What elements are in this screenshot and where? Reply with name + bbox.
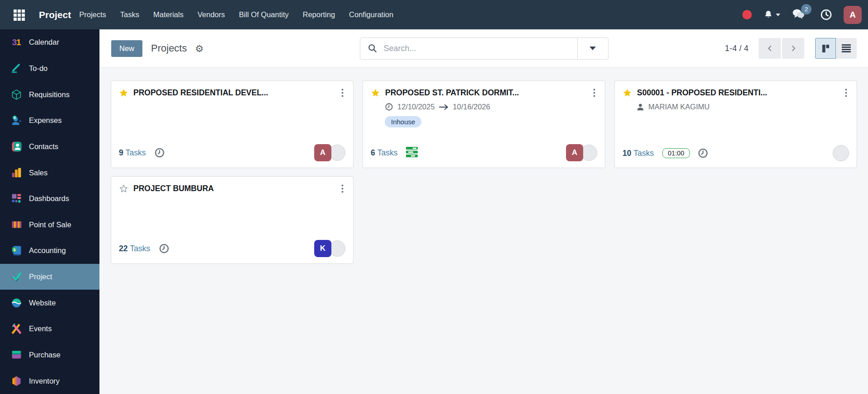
sidebar-item-purchase[interactable]: Purchase bbox=[0, 342, 99, 368]
kebab-menu-icon[interactable] bbox=[340, 183, 345, 194]
main-content: New Projects ⚙ 1-4 / 4 bbox=[99, 29, 868, 394]
card-header: PROPOSED ST. PATRICK DORMIT... bbox=[371, 88, 597, 98]
sidebar-item-inventory[interactable]: Inventory bbox=[0, 368, 99, 394]
user-avatar[interactable]: A bbox=[844, 6, 862, 24]
menu-vendors[interactable]: Vendors bbox=[198, 10, 225, 19]
calendar-icon: 31 bbox=[9, 36, 23, 49]
assignee-avatar[interactable]: A bbox=[314, 144, 331, 161]
star-filled-icon[interactable] bbox=[119, 88, 128, 98]
gear-icon[interactable]: ⚙ bbox=[193, 43, 207, 54]
search-options-toggle[interactable] bbox=[577, 38, 608, 59]
sidebar-item-calendar[interactable]: 31 Calendar bbox=[0, 29, 99, 56]
date-end: 10/16/2026 bbox=[453, 103, 491, 111]
card-footer: 9 Tasks A bbox=[119, 144, 345, 161]
kanban-view-button[interactable] bbox=[815, 38, 836, 59]
current-app-title[interactable]: Project bbox=[39, 9, 71, 20]
project-dates: 12/10/2025 10/16/2026 bbox=[385, 103, 597, 111]
tasks-link[interactable]: 22 Tasks bbox=[119, 244, 150, 253]
sidebar-item-dashboards[interactable]: Dashboards bbox=[0, 186, 99, 212]
purchase-icon bbox=[9, 348, 23, 362]
sidebar-item-events[interactable]: Events bbox=[0, 316, 99, 342]
sidebar-item-expenses[interactable]: $ Expenses bbox=[0, 108, 99, 134]
project-manager: MARIAM KAGIMU bbox=[637, 103, 849, 111]
project-title: S00001 - PROPOSED RESIDENTI... bbox=[637, 88, 767, 98]
pager-next-button[interactable] bbox=[782, 38, 804, 59]
menu-reporting[interactable]: Reporting bbox=[303, 10, 335, 19]
assignee-avatar[interactable]: A bbox=[566, 144, 583, 161]
sidebar-item-requisitions[interactable]: Requisitions bbox=[0, 81, 99, 108]
sidebar-item-accounting[interactable]: $ Accounting bbox=[0, 238, 99, 264]
dashboards-icon bbox=[9, 192, 23, 206]
menu-materials[interactable]: Materials bbox=[153, 10, 184, 19]
card-footer: 6 Tasks A bbox=[371, 144, 597, 161]
topbar-system-tray: 2 A bbox=[742, 6, 862, 24]
sidebar-item-label: Expenses bbox=[29, 116, 61, 125]
sidebar-item-label: Project bbox=[29, 272, 52, 281]
control-panel-right: 1-4 / 4 bbox=[725, 38, 857, 59]
new-button[interactable]: New bbox=[111, 40, 142, 57]
card-avatars bbox=[835, 145, 849, 161]
clock-icon bbox=[385, 103, 393, 111]
tasks-label: Tasks bbox=[126, 148, 146, 158]
menu-bill-of-quantity[interactable]: Bill Of Quantity bbox=[239, 10, 288, 19]
activity-clock-icon[interactable] bbox=[154, 147, 165, 158]
kebab-menu-icon[interactable] bbox=[591, 88, 597, 98]
assignee-avatar[interactable]: K bbox=[314, 240, 331, 257]
manager-name: MARIAM KAGIMU bbox=[648, 103, 710, 111]
sidebar-item-contacts[interactable]: Contacts bbox=[0, 134, 99, 160]
clock-icon bbox=[820, 9, 832, 21]
sidebar-item-todo[interactable]: To-do bbox=[0, 56, 99, 82]
empty-avatar bbox=[329, 240, 345, 257]
sidebar-item-project[interactable]: Project bbox=[0, 264, 99, 290]
activity-clock-icon[interactable] bbox=[159, 243, 170, 254]
sidebar-item-website[interactable]: Website bbox=[0, 290, 99, 316]
sidebar-item-label: Dashboards bbox=[29, 194, 69, 203]
sidebar-item-label: Events bbox=[29, 324, 52, 333]
kebab-menu-icon[interactable] bbox=[843, 88, 849, 98]
sidebar-item-point-of-sale[interactable]: Point of Sale bbox=[0, 211, 99, 238]
card-footer: 22 Tasks K bbox=[119, 240, 345, 257]
sidebar-item-label: Requisitions bbox=[29, 90, 70, 99]
tag-badge: Inhouse bbox=[385, 116, 421, 127]
caret-down-icon bbox=[590, 47, 596, 50]
project-card[interactable]: PROJECT BUMBURA 22 Tasks bbox=[111, 176, 354, 264]
accounting-icon: $ bbox=[9, 244, 23, 258]
kanban-view-icon bbox=[821, 44, 830, 53]
project-card[interactable]: S00001 - PROPOSED RESIDENTI... MARIAM KA… bbox=[614, 80, 857, 168]
search-input[interactable] bbox=[383, 43, 577, 54]
tasks-link[interactable]: 10 Tasks bbox=[623, 149, 654, 158]
tasks-label: Tasks bbox=[633, 149, 654, 158]
apps-grid-icon[interactable] bbox=[9, 5, 29, 25]
tasks-label: Tasks bbox=[130, 244, 150, 253]
bell-caret-down-icon bbox=[776, 14, 780, 16]
sidebar-item-sales[interactable]: Sales bbox=[0, 159, 99, 186]
list-view-button[interactable] bbox=[836, 38, 857, 59]
messages-button[interactable]: 2 bbox=[792, 8, 805, 22]
sidebar-item-label: Inventory bbox=[29, 377, 60, 385]
project-card[interactable]: PROPOSED RESIDENTIAL DEVEL... 9 Tasks bbox=[111, 80, 354, 168]
tags-row: Inhouse bbox=[385, 116, 597, 127]
star-filled-icon[interactable] bbox=[371, 88, 380, 98]
expenses-icon: $ bbox=[9, 114, 23, 127]
kebab-menu-icon[interactable] bbox=[340, 88, 345, 98]
pager-previous-button[interactable] bbox=[759, 38, 781, 59]
tasks-link[interactable]: 9 Tasks bbox=[119, 148, 146, 158]
activity-clock-icon[interactable] bbox=[698, 148, 708, 159]
card-header: S00001 - PROPOSED RESIDENTI... bbox=[623, 88, 849, 98]
project-card[interactable]: PROPOSED ST. PATRICK DORMIT... 12/10/202… bbox=[363, 80, 605, 168]
star-outline-icon[interactable] bbox=[119, 184, 128, 193]
menu-projects[interactable]: Projects bbox=[79, 10, 106, 19]
star-filled-icon[interactable] bbox=[623, 88, 632, 98]
contacts-icon bbox=[9, 140, 23, 153]
view-switcher bbox=[815, 38, 857, 59]
menu-tasks[interactable]: Tasks bbox=[120, 10, 139, 19]
apps-sidebar: 31 Calendar To-do Requisitions bbox=[0, 29, 99, 394]
svg-text:$: $ bbox=[13, 248, 15, 252]
menu-configuration[interactable]: Configuration bbox=[349, 10, 393, 19]
activities-button[interactable] bbox=[820, 9, 832, 21]
sidebar-item-label: Sales bbox=[29, 169, 47, 177]
website-icon bbox=[9, 296, 23, 310]
sidebar-item-label: Website bbox=[29, 299, 56, 307]
tasks-link[interactable]: 6 Tasks bbox=[371, 148, 397, 158]
notifications-button[interactable] bbox=[763, 9, 780, 20]
